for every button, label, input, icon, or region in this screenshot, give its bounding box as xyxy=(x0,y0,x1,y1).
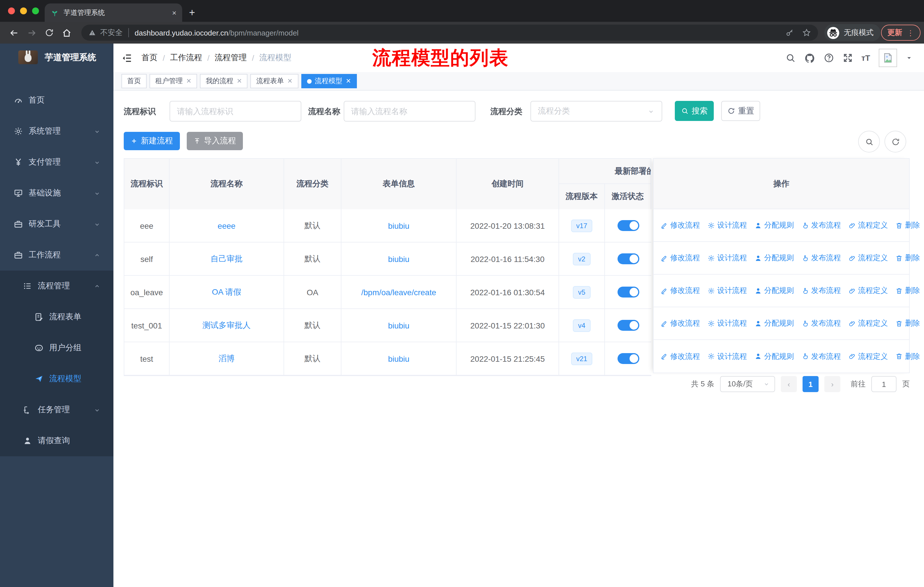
zoom-window-button[interactable] xyxy=(32,7,39,14)
process-name-link[interactable]: eeee xyxy=(218,221,236,230)
breadcrumb-process-management[interactable]: 流程管理 xyxy=(215,53,247,63)
fullscreen-icon[interactable] xyxy=(842,53,853,63)
process-definition-link[interactable]: 流程定义 xyxy=(848,253,888,263)
design-process-link[interactable]: 设计流程 xyxy=(708,351,747,361)
browser-update-button[interactable]: 更新 ⋮ xyxy=(881,25,921,41)
search-icon[interactable] xyxy=(785,53,795,63)
bookmark-star-icon[interactable] xyxy=(802,28,811,37)
security-label[interactable]: 不安全 xyxy=(100,28,122,38)
process-name-link[interactable]: 自己审批 xyxy=(211,254,243,264)
close-icon[interactable]: ✕ xyxy=(237,78,242,85)
prev-page-button[interactable]: ‹ xyxy=(781,376,797,392)
delete-link[interactable]: 删除 xyxy=(895,351,920,361)
active-state-toggle[interactable] xyxy=(617,220,639,231)
form-info-link[interactable]: biubiu xyxy=(388,221,409,230)
modify-process-link[interactable]: 修改流程 xyxy=(660,253,700,263)
show-search-button[interactable] xyxy=(858,131,880,152)
delete-link[interactable]: 删除 xyxy=(895,318,920,329)
form-info-link[interactable]: /bpm/oa/leave/create xyxy=(361,288,436,297)
process-definition-link[interactable]: 流程定义 xyxy=(848,220,888,230)
address-bar[interactable]: 不安全 dashboard.yudao.iocoder.cn/bpm/manag… xyxy=(81,25,818,41)
tag-tenant[interactable]: 租户管理✕ xyxy=(150,74,197,88)
process-name-link[interactable]: OA 请假 xyxy=(212,287,241,297)
sidebar-fold-icon[interactable] xyxy=(121,53,132,63)
current-page-button[interactable]: 1 xyxy=(803,376,818,392)
github-icon[interactable] xyxy=(804,53,815,63)
password-key-icon[interactable] xyxy=(785,28,794,37)
tab-close-icon[interactable]: × xyxy=(172,8,177,17)
assign-rule-link[interactable]: 分配规则 xyxy=(754,286,794,296)
tag-home[interactable]: 首页 xyxy=(121,74,147,88)
import-process-button[interactable]: 导入流程 xyxy=(187,132,243,150)
sidebar-item-payment[interactable]: 支付管理 xyxy=(0,147,114,178)
refresh-table-button[interactable] xyxy=(884,131,906,152)
active-state-toggle[interactable] xyxy=(617,253,639,264)
sidebar-item-user-group[interactable]: 用户分组 xyxy=(0,332,114,364)
home-icon[interactable] xyxy=(62,28,72,38)
design-process-link[interactable]: 设计流程 xyxy=(708,253,747,263)
assign-rule-link[interactable]: 分配规则 xyxy=(754,318,794,329)
sidebar-item-process-form[interactable]: 流程表单 xyxy=(0,301,114,332)
close-icon[interactable]: ✕ xyxy=(346,78,351,85)
page-size-select[interactable]: 10条/页 xyxy=(720,376,775,392)
modify-process-link[interactable]: 修改流程 xyxy=(660,220,700,230)
process-definition-link[interactable]: 流程定义 xyxy=(848,286,888,296)
reload-icon[interactable] xyxy=(45,28,54,37)
close-window-button[interactable] xyxy=(8,7,15,14)
close-icon[interactable]: ✕ xyxy=(287,78,292,85)
tag-process-form[interactable]: 流程表单✕ xyxy=(251,74,298,88)
next-page-button[interactable]: › xyxy=(824,376,840,392)
process-key-input[interactable] xyxy=(170,101,301,122)
process-definition-link[interactable]: 流程定义 xyxy=(848,318,888,329)
sidebar-item-infra[interactable]: 基础设施 xyxy=(0,178,114,209)
publish-process-link[interactable]: 发布流程 xyxy=(802,220,841,230)
delete-link[interactable]: 删除 xyxy=(895,220,920,230)
search-button[interactable]: 搜索 xyxy=(675,101,714,121)
avatar[interactable] xyxy=(879,49,897,67)
browser-menu-icon[interactable]: ⋮ xyxy=(907,28,914,37)
process-name-link[interactable]: 滔博 xyxy=(219,354,234,364)
close-icon[interactable]: ✕ xyxy=(186,78,191,85)
process-definition-link[interactable]: 流程定义 xyxy=(848,351,888,361)
modify-process-link[interactable]: 修改流程 xyxy=(660,318,700,329)
publish-process-link[interactable]: 发布流程 xyxy=(802,318,841,329)
delete-link[interactable]: 删除 xyxy=(895,253,920,263)
assign-rule-link[interactable]: 分配规则 xyxy=(754,253,794,263)
design-process-link[interactable]: 设计流程 xyxy=(708,318,747,329)
publish-process-link[interactable]: 发布流程 xyxy=(802,253,841,263)
assign-rule-link[interactable]: 分配规则 xyxy=(754,220,794,230)
sidebar-item-workflow[interactable]: 工作流程 xyxy=(0,240,114,271)
help-icon[interactable] xyxy=(823,53,834,63)
sidebar-item-devtools[interactable]: 研发工具 xyxy=(0,209,114,240)
tag-process-model[interactable]: 流程模型✕ xyxy=(301,74,356,88)
breadcrumb-home[interactable]: 首页 xyxy=(142,53,158,63)
back-icon[interactable] xyxy=(9,28,19,38)
form-info-link[interactable]: biubiu xyxy=(388,254,409,263)
publish-process-link[interactable]: 发布流程 xyxy=(802,351,841,361)
active-state-toggle[interactable] xyxy=(617,353,639,364)
browser-tab[interactable]: 芋道管理系统 × xyxy=(45,3,182,22)
forward-icon[interactable] xyxy=(27,28,37,38)
sidebar-item-leave-query[interactable]: 请假查询 xyxy=(0,425,114,456)
sidebar-item-home[interactable]: 首页 xyxy=(0,85,114,116)
sidebar-item-task-management[interactable]: 任务管理 xyxy=(0,394,114,425)
tag-my-process[interactable]: 我的流程✕ xyxy=(200,74,248,88)
category-select[interactable]: 流程分类 xyxy=(530,101,662,122)
font-size-icon[interactable]: ᴛT xyxy=(861,53,870,63)
breadcrumb-workflow[interactable]: 工作流程 xyxy=(170,53,202,63)
security-warning-icon[interactable] xyxy=(88,29,96,37)
form-info-link[interactable]: biubiu xyxy=(388,354,409,363)
process-name-input[interactable] xyxy=(344,101,475,122)
active-state-toggle[interactable] xyxy=(617,320,639,331)
design-process-link[interactable]: 设计流程 xyxy=(708,220,747,230)
new-tab-button[interactable]: + xyxy=(189,6,195,20)
sidebar-item-process-model[interactable]: 流程模型 xyxy=(0,364,114,394)
goto-page-input[interactable] xyxy=(871,376,896,392)
delete-link[interactable]: 删除 xyxy=(895,286,920,296)
minimize-window-button[interactable] xyxy=(20,7,27,14)
publish-process-link[interactable]: 发布流程 xyxy=(802,286,841,296)
modify-process-link[interactable]: 修改流程 xyxy=(660,286,700,296)
design-process-link[interactable]: 设计流程 xyxy=(708,286,747,296)
sidebar-item-system[interactable]: 系统管理 xyxy=(0,116,114,147)
modify-process-link[interactable]: 修改流程 xyxy=(660,351,700,361)
